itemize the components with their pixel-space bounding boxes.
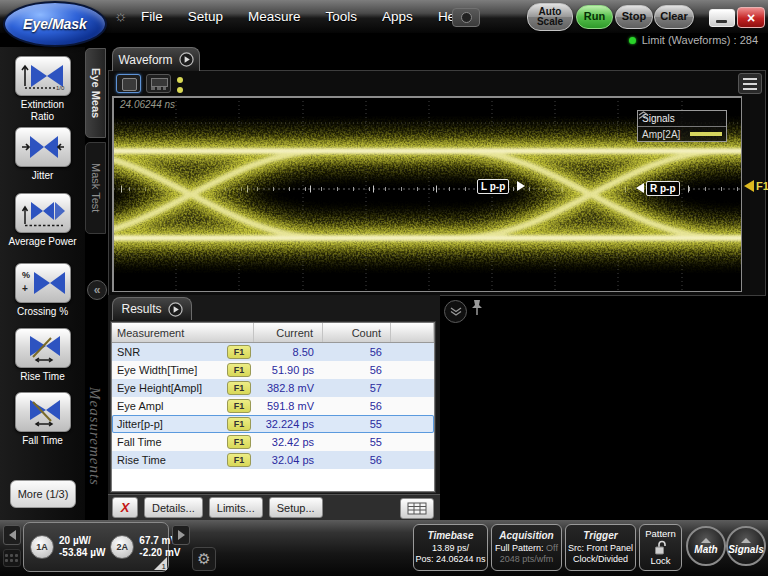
timebase-title: Timebase bbox=[428, 530, 474, 543]
acquisition-pattern-value: Off bbox=[546, 543, 558, 553]
status-line: Limit (Waveforms) : 284 bbox=[0, 33, 768, 47]
sidebar-label: Rise Time bbox=[0, 371, 85, 383]
measurement-name: Eye Ampl bbox=[117, 400, 163, 412]
table-row-rise-time[interactable]: Rise TimeF1 32.04 ps 56 bbox=[112, 451, 434, 469]
open-padlock-icon bbox=[653, 540, 669, 555]
source-badge: F1 bbox=[227, 453, 251, 467]
right-pp-marker[interactable]: R p-p bbox=[646, 181, 680, 196]
source-badge: F1 bbox=[227, 345, 251, 359]
signals-knob-button[interactable]: Signals bbox=[726, 526, 766, 566]
menu-setup[interactable]: Setup bbox=[188, 9, 223, 24]
count-value: 56 bbox=[323, 400, 391, 412]
sidebar-item-extinction-ratio[interactable]: 1/0 Extinction Ratio bbox=[0, 56, 85, 122]
limits-button[interactable]: Limits... bbox=[209, 497, 263, 518]
svg-text:1/0: 1/0 bbox=[56, 85, 65, 91]
pattern-lock-button[interactable]: Pattern Lock bbox=[639, 524, 682, 571]
auto-scale-button[interactable]: Auto Scale bbox=[527, 3, 573, 31]
menu-tools[interactable]: Tools bbox=[326, 9, 358, 24]
channels-prev-button[interactable] bbox=[3, 525, 21, 545]
results-table-header: Measurement Current Count bbox=[112, 323, 434, 343]
sidebar-item-average-power[interactable]: Average Power bbox=[0, 193, 85, 248]
acquisition-points: 2048 pts/wfm bbox=[500, 554, 554, 565]
menu-apps[interactable]: Apps bbox=[382, 9, 413, 24]
measurement-name: Eye Width[Time] bbox=[117, 364, 197, 376]
more-pages-button[interactable]: More (1/3) bbox=[10, 480, 76, 508]
plot-menu-icon[interactable] bbox=[738, 73, 762, 94]
table-row-jitter-selected[interactable]: Jitter[p-p]F1 32.224 ps 55 bbox=[112, 415, 434, 433]
chevron-down-icon bbox=[450, 307, 462, 316]
collapse-results-button[interactable] bbox=[444, 300, 467, 323]
channel-1a-values: 20 µW/ -53.84 µW bbox=[59, 535, 105, 559]
eye-diagram-plot[interactable]: 24.06244 ns Signals Amp[2A] L p-p R p-p bbox=[112, 96, 742, 292]
legend-collapse-icon[interactable] bbox=[638, 111, 649, 119]
settings-gear-icon[interactable]: ⚙ bbox=[192, 547, 216, 571]
column-current[interactable]: Current bbox=[254, 323, 323, 342]
run-button[interactable]: Run bbox=[576, 5, 613, 29]
left-pp-marker[interactable]: L p-p bbox=[477, 179, 509, 194]
column-filler bbox=[391, 323, 434, 342]
tile-dot bbox=[163, 87, 166, 90]
pin-panel-button[interactable] bbox=[471, 299, 483, 320]
timebase-panel[interactable]: Timebase 13.89 ps/ Pos: 24.06244 ns bbox=[413, 524, 488, 571]
setup-button[interactable]: Setup... bbox=[269, 497, 323, 518]
measurements-strip-label: Measurements bbox=[86, 387, 103, 486]
math-knob-button[interactable]: Math bbox=[686, 526, 726, 566]
collapse-sidebar-button[interactable]: « bbox=[87, 280, 107, 300]
single-view-button[interactable] bbox=[116, 74, 141, 93]
trigger-source: Src: Front Panel bbox=[568, 543, 633, 554]
source-badge: F1 bbox=[227, 399, 251, 413]
acquisition-panel[interactable]: Acquisition Full Pattern: Off 2048 pts/w… bbox=[491, 524, 562, 571]
trigger-panel[interactable]: Trigger Src: Front Panel Clock/Divided bbox=[565, 524, 636, 571]
channel-1a-offset: -53.84 µW bbox=[59, 547, 105, 559]
sidebar-tab-strip: Eye Meas Mask Test « Measurements bbox=[85, 47, 108, 520]
sidebar-item-jitter[interactable]: Jitter bbox=[0, 127, 85, 182]
channels-next-button[interactable] bbox=[172, 525, 190, 545]
source-badge: F1 bbox=[227, 417, 251, 431]
stop-button[interactable]: Stop bbox=[615, 5, 653, 29]
menu-file[interactable]: File bbox=[141, 9, 163, 24]
acquisition-pattern-label: Full Pattern: bbox=[495, 543, 544, 553]
screenshot-camera-icon[interactable] bbox=[452, 8, 480, 27]
channel-2a-badge[interactable]: 2A bbox=[110, 535, 134, 559]
signals-knob-label: Signals bbox=[728, 544, 764, 555]
measurement-name: Jitter[p-p] bbox=[117, 418, 163, 430]
close-button[interactable]: × bbox=[737, 7, 765, 28]
title-bar: ☼ File Setup Measure Tools Apps Help Aut… bbox=[0, 0, 768, 33]
table-row-snr[interactable]: SNRF1 8.50 56 bbox=[112, 343, 434, 361]
tiled-view-button[interactable] bbox=[146, 74, 171, 93]
sidebar-item-crossing[interactable]: % + Crossing % bbox=[0, 263, 85, 318]
table-row-eye-ampl[interactable]: Eye AmplF1 591.8 mV 56 bbox=[112, 397, 434, 415]
channels-panel[interactable]: 1A 20 µW/ -53.84 µW 2A 67.7 mV/ -2.20 mV… bbox=[23, 522, 169, 572]
clear-button[interactable]: Clear bbox=[654, 5, 694, 29]
play-icon[interactable] bbox=[179, 52, 194, 67]
table-row-eye-width[interactable]: Eye Width[Time]F1 51.90 ps 56 bbox=[112, 361, 434, 379]
column-count[interactable]: Count bbox=[323, 323, 391, 342]
current-value: 32.42 ps bbox=[254, 436, 323, 448]
signals-legend[interactable]: Signals Amp[2A] bbox=[637, 110, 727, 142]
tab-mask-test[interactable]: Mask Test bbox=[85, 142, 106, 234]
minimize-button[interactable] bbox=[709, 9, 735, 27]
channel-1a-badge[interactable]: 1A bbox=[30, 535, 54, 559]
svg-text:+: + bbox=[22, 283, 28, 294]
tab-eye-meas[interactable]: Eye Meas bbox=[85, 48, 106, 138]
delete-measurement-button[interactable]: X bbox=[112, 497, 138, 518]
count-value: 57 bbox=[323, 382, 391, 394]
table-row-fall-time[interactable]: Fall TimeF1 32.42 ps 55 bbox=[112, 433, 434, 451]
fall-time-icon bbox=[15, 392, 71, 432]
timebase-position-readout: 24.06244 ns bbox=[120, 99, 175, 110]
table-view-button[interactable] bbox=[400, 498, 434, 519]
column-measurement[interactable]: Measurement bbox=[112, 323, 254, 342]
channels-grid-button[interactable] bbox=[3, 549, 21, 567]
f1-level-marker[interactable]: F1 bbox=[744, 180, 768, 192]
tab-waveform[interactable]: Waveform bbox=[112, 47, 200, 71]
tab-results[interactable]: Results bbox=[112, 297, 192, 320]
menu-measure[interactable]: Measure bbox=[248, 9, 301, 24]
knob-up-arrow-icon bbox=[741, 538, 751, 543]
sidebar-label: Fall Time bbox=[0, 435, 85, 447]
sidebar-item-rise-time[interactable]: Rise Time bbox=[0, 328, 85, 383]
details-button[interactable]: Details... bbox=[144, 497, 203, 518]
table-row-eye-height[interactable]: Eye Height[Ampl]F1 382.8 mV 57 bbox=[112, 379, 434, 397]
play-icon[interactable] bbox=[168, 302, 183, 317]
legend-entry-label: Amp[2A] bbox=[642, 129, 680, 140]
sidebar-item-fall-time[interactable]: Fall Time bbox=[0, 392, 85, 447]
